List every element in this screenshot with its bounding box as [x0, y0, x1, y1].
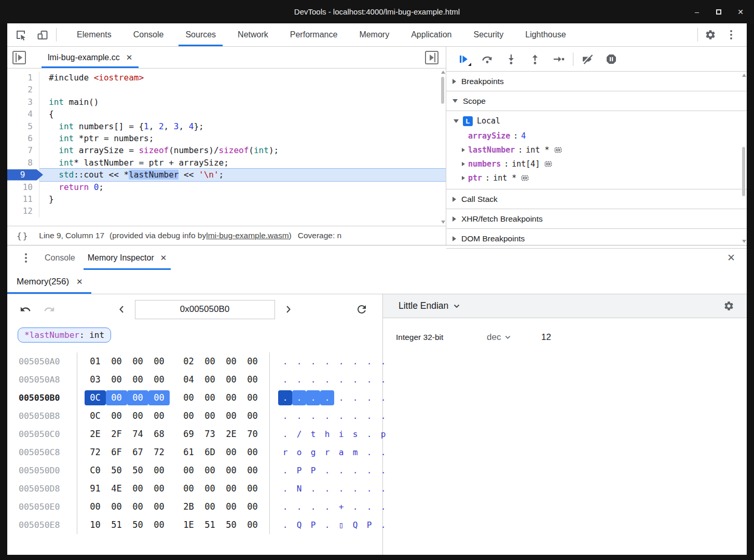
hex-byte[interactable]: 00	[221, 390, 242, 405]
scope-variable-lastNumber[interactable]: lastNumber: int *	[446, 143, 747, 157]
ascii-char[interactable]: .	[320, 481, 334, 496]
hex-byte[interactable]: 51	[199, 517, 221, 532]
hex-byte[interactable]: 91	[85, 481, 106, 496]
ascii-char[interactable]: .	[306, 499, 320, 514]
close-window-button[interactable]: ✕	[736, 8, 745, 16]
hex-byte[interactable]: 6D	[199, 445, 221, 460]
minimize-button[interactable]: –	[693, 8, 701, 16]
ascii-char[interactable]: .	[278, 481, 292, 496]
ascii-char[interactable]: P	[292, 463, 306, 478]
ascii-char[interactable]: .	[348, 390, 362, 405]
ascii-char[interactable]: .	[278, 427, 292, 442]
ascii-char[interactable]: .	[292, 390, 306, 405]
ascii-char[interactable]: Q	[348, 517, 362, 532]
ascii-char[interactable]: .	[278, 408, 292, 424]
ascii-char[interactable]: .	[334, 481, 348, 496]
hex-byte[interactable]: 00	[199, 499, 221, 514]
memory-chip-icon[interactable]	[554, 146, 563, 154]
hex-byte[interactable]: 00	[221, 445, 242, 460]
code-editor[interactable]: 1#include <iostream>23int main()4{5 int …	[7, 69, 446, 226]
ascii-char[interactable]: h	[320, 427, 334, 442]
hex-byte[interactable]: 00	[242, 463, 263, 478]
ascii-char[interactable]: .	[362, 427, 376, 442]
resume-script-button[interactable]	[454, 50, 473, 68]
hex-byte[interactable]: 72	[85, 445, 106, 460]
ascii-char[interactable]: .	[278, 372, 292, 387]
hex-byte[interactable]: 00	[127, 499, 148, 514]
hex-byte[interactable]: 00	[178, 463, 199, 478]
history-forward-button[interactable]	[43, 303, 56, 316]
hex-byte[interactable]: 00	[199, 481, 221, 496]
code-line-10[interactable]: 10 return 0;	[7, 181, 446, 193]
code-line-8[interactable]: 8 int* lastNumber = ptr + arraySize;	[7, 157, 446, 169]
xhr-breakpoints-section[interactable]: XHR/fetch Breakpoints	[446, 209, 747, 229]
ascii-char[interactable]: .	[348, 354, 362, 369]
pause-on-exceptions-button[interactable]	[601, 50, 621, 68]
hex-byte[interactable]: 00	[106, 354, 127, 369]
hex-byte[interactable]: 00	[127, 408, 148, 424]
hex-byte[interactable]: 00	[221, 463, 242, 478]
code-line-7[interactable]: 7 int arraySize = sizeof(numbers)/sizeof…	[7, 144, 446, 156]
tab-memory-256[interactable]: Memory(256) ✕	[7, 270, 91, 294]
pretty-print-icon[interactable]: {}	[7, 231, 39, 241]
hex-byte[interactable]: 2F	[106, 427, 127, 442]
scroll-up-arrow[interactable]	[742, 74, 746, 77]
ascii-char[interactable]: .	[348, 463, 362, 478]
memory-chip-icon[interactable]	[520, 174, 529, 182]
line-number[interactable]: 5	[7, 120, 39, 132]
hex-byte[interactable]: 00	[199, 408, 221, 424]
ascii-char[interactable]: .	[362, 372, 376, 387]
ascii-char[interactable]: +	[334, 499, 348, 514]
tab-elements[interactable]: Elements	[66, 23, 122, 46]
hex-byte[interactable]: 00	[199, 372, 221, 387]
ascii-char[interactable]: .	[348, 481, 362, 496]
tab-sources[interactable]: Sources	[174, 23, 227, 46]
code-line-4[interactable]: 4{	[7, 108, 446, 120]
line-number[interactable]: 3	[7, 96, 39, 108]
hex-byte[interactable]: 00	[178, 390, 199, 405]
hex-byte[interactable]: 69	[178, 427, 199, 442]
ascii-char[interactable]: .	[334, 372, 348, 387]
device-toolbar-button[interactable]	[34, 26, 51, 43]
memory-chip-icon[interactable]	[544, 160, 553, 168]
hex-byte[interactable]: 00	[242, 481, 263, 496]
hex-byte[interactable]: 00	[148, 354, 170, 369]
ascii-char[interactable]: .	[362, 481, 376, 496]
hex-byte[interactable]: 03	[85, 372, 106, 387]
hex-byte[interactable]: 00	[127, 481, 148, 496]
address-input[interactable]	[135, 300, 275, 319]
ascii-char[interactable]: .	[348, 499, 362, 514]
drawer-menu-button[interactable]	[25, 253, 27, 263]
ascii-char[interactable]: .	[334, 390, 348, 405]
hex-byte[interactable]: 00	[199, 463, 221, 478]
hex-byte[interactable]: 00	[178, 408, 199, 424]
step-into-button[interactable]	[501, 50, 521, 68]
ascii-char[interactable]: .	[320, 354, 334, 369]
hex-byte[interactable]: 00	[106, 390, 127, 405]
ascii-char[interactable]: P	[306, 463, 320, 478]
history-back-button[interactable]	[19, 303, 32, 316]
hex-byte[interactable]: 10	[85, 517, 106, 532]
ascii-char[interactable]: N	[292, 481, 306, 496]
hex-byte[interactable]: 00	[221, 408, 242, 424]
tab-memory-inspector[interactable]: Memory Inspector ✕	[81, 245, 173, 270]
hex-byte[interactable]: 00	[242, 390, 263, 405]
ascii-char[interactable]: r	[278, 445, 292, 460]
hex-byte[interactable]: 74	[127, 427, 148, 442]
hex-dump-table[interactable]: 005050A00100000002000000........005050A8…	[7, 352, 382, 534]
hex-byte[interactable]: 2E	[85, 427, 106, 442]
scroll-up-arrow[interactable]	[441, 71, 445, 74]
ascii-char[interactable]: s	[348, 427, 362, 442]
wasm-file-link[interactable]: lmi-bug-example.wasm	[206, 231, 289, 240]
hex-byte[interactable]: 00	[199, 354, 221, 369]
breakpoints-section[interactable]: Breakpoints	[446, 72, 747, 91]
maximize-button[interactable]	[715, 8, 723, 16]
line-number[interactable]: 8	[7, 157, 39, 169]
file-tab-close-icon[interactable]: ✕	[126, 53, 133, 62]
hex-byte[interactable]: 00	[127, 354, 148, 369]
hex-byte[interactable]: C0	[85, 463, 106, 478]
hex-byte[interactable]: 00	[199, 390, 221, 405]
sidebar-scrollbar[interactable]	[741, 72, 747, 245]
hex-byte[interactable]: 00	[221, 372, 242, 387]
interpreter-settings-button[interactable]	[723, 301, 734, 311]
